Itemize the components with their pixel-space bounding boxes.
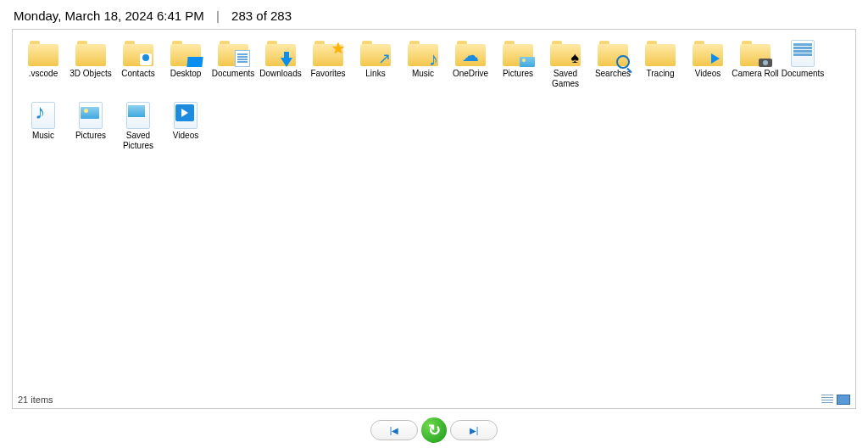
explorer-item[interactable]: Videos	[684, 38, 732, 88]
item-label: Contacts	[114, 69, 162, 79]
explorer-item[interactable]: Documents	[779, 38, 826, 88]
explorer-item[interactable]: Videos	[162, 100, 209, 150]
position-counter: 283 of 283	[231, 8, 292, 23]
explorer-item[interactable]: Pictures	[67, 100, 114, 150]
item-label: Tracing	[637, 69, 684, 79]
separator: |	[216, 8, 220, 23]
explorer-item[interactable]: ★Favorites	[304, 38, 352, 88]
explorer-item[interactable]: ☁OneDrive	[447, 38, 494, 88]
library-pics-icon	[74, 100, 108, 129]
grid-view-icon[interactable]	[837, 395, 850, 405]
folder-icon	[501, 38, 535, 67]
photo-icon	[520, 57, 535, 67]
next-button[interactable]: ▶|	[450, 420, 498, 440]
item-label: 3D Objects	[67, 69, 114, 79]
item-label: Camera Roll	[732, 69, 779, 79]
explorer-item[interactable]: Camera Roll	[732, 38, 779, 88]
magnifier-icon	[616, 55, 630, 69]
explorer-item[interactable]: ♪Music	[399, 38, 447, 88]
monitor-icon	[186, 57, 203, 67]
explorer-item[interactable]: ↗Links	[352, 38, 399, 88]
reload-button[interactable]: ↻	[421, 417, 447, 443]
item-label: Downloads	[257, 69, 304, 79]
item-label: Links	[352, 69, 399, 79]
history-controls: |◀ ↻ ▶|	[0, 417, 868, 443]
explorer-item[interactable]: Searches	[589, 38, 637, 88]
folder-icon	[216, 38, 250, 67]
explorer-item[interactable]: Saved Pictures	[114, 100, 162, 150]
folder-icon	[26, 38, 60, 67]
folder-icon: ♠	[548, 38, 582, 67]
folder-icon	[691, 38, 725, 67]
item-label: Music	[19, 131, 67, 141]
list-view-icon[interactable]	[821, 395, 833, 403]
document-icon	[235, 50, 250, 67]
play-icon	[711, 53, 720, 64]
folder-icon: ★	[311, 38, 345, 67]
folder-icon: ↗	[359, 38, 392, 67]
explorer-item[interactable]: Tracing	[637, 38, 684, 88]
library-vids-icon	[169, 100, 203, 129]
folder-icon	[738, 38, 772, 67]
library-docfile-icon	[786, 38, 820, 67]
music-note-icon: ♪	[429, 48, 438, 70]
library-saved-icon	[121, 100, 155, 129]
item-label: Videos	[684, 69, 732, 79]
history-header: Monday, March 18, 2024 6:41 PM | 283 of …	[0, 0, 868, 30]
item-label: Saved Games	[542, 69, 589, 88]
prev-button[interactable]: |◀	[370, 420, 418, 440]
item-label: Pictures	[494, 69, 542, 79]
explorer-item[interactable]: .vscode	[19, 38, 67, 88]
explorer-item[interactable]: ♪Music	[19, 100, 67, 150]
item-label: Favorites	[304, 69, 352, 79]
camera-icon	[759, 59, 772, 67]
explorer-item[interactable]: Pictures	[494, 38, 542, 88]
explorer-item[interactable]: Downloads	[257, 38, 304, 88]
status-bar: 21 items	[18, 395, 53, 405]
library-music-icon: ♪	[26, 100, 60, 129]
explorer-item[interactable]: 3D Objects	[67, 38, 114, 88]
item-label: Desktop	[162, 69, 209, 79]
folder-icon	[643, 38, 677, 67]
item-label: Documents	[209, 69, 257, 79]
spade-icon: ♠	[570, 49, 579, 67]
explorer-item[interactable]: Documents	[209, 38, 257, 88]
items-grid: .vscode3D ObjectsContactsDesktopDocument…	[13, 30, 855, 159]
item-label: Documents	[779, 69, 826, 79]
download-arrow-icon	[281, 58, 292, 67]
timestamp: Monday, March 18, 2024 6:41 PM	[14, 8, 204, 23]
folder-icon	[74, 38, 108, 67]
item-label: Videos	[162, 131, 209, 141]
explorer-item[interactable]: Contacts	[114, 38, 162, 88]
contact-card-icon	[140, 53, 152, 65]
explorer-window: .vscode3D ObjectsContactsDesktopDocument…	[12, 29, 856, 409]
folder-icon	[121, 38, 155, 67]
item-label: OneDrive	[447, 69, 494, 79]
view-controls[interactable]	[821, 395, 850, 405]
arrow-icon: ↗	[378, 50, 391, 68]
explorer-item[interactable]: Desktop	[162, 38, 209, 88]
folder-icon	[264, 38, 298, 67]
item-label: Music	[399, 69, 447, 79]
item-label: Saved Pictures	[114, 131, 162, 150]
reload-icon: ↻	[428, 421, 441, 440]
folder-icon	[169, 38, 203, 67]
folder-icon: ♪	[406, 38, 440, 67]
explorer-item[interactable]: ♠Saved Games	[542, 38, 589, 88]
folder-icon: ☁	[453, 38, 487, 67]
cloud-icon: ☁	[453, 46, 487, 65]
item-label: Pictures	[67, 131, 114, 141]
star-icon: ★	[331, 40, 345, 58]
item-label: .vscode	[19, 69, 67, 79]
folder-icon	[596, 38, 630, 67]
